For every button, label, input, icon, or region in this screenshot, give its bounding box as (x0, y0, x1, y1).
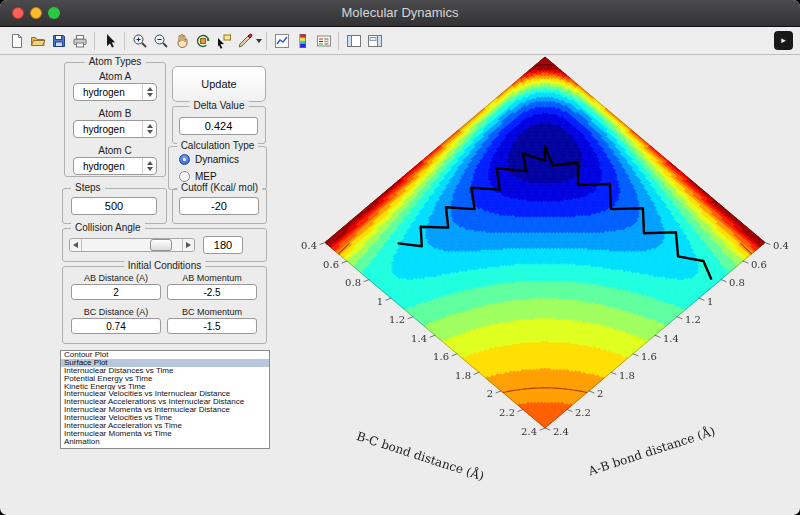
steps-field[interactable] (71, 197, 157, 215)
plot-list-item[interactable]: Internuclear Momenta vs Time (61, 430, 269, 438)
initial-condition-field-bc-momentum[interactable] (167, 318, 257, 334)
cutoff-title: Cutoff (Kcal/ mol) (177, 182, 262, 193)
open-file-icon[interactable] (27, 30, 48, 52)
plot-list-item[interactable]: Internuclear Velocities vs Time (61, 414, 269, 422)
initial-conditions-title: Initial Conditions (124, 260, 205, 271)
radio-button-icon[interactable] (179, 154, 190, 165)
zoom-in-icon[interactable] (129, 30, 150, 52)
toolbar-separator (266, 32, 267, 50)
popup-stepper-icon[interactable] (142, 121, 156, 137)
popup-value: hydrogen (83, 87, 142, 98)
popup-stepper-icon[interactable] (142, 158, 156, 174)
delta-value-panel: Delta Value (172, 106, 266, 144)
show-plot-tools-icon[interactable] (364, 30, 385, 52)
print-icon[interactable] (69, 30, 90, 52)
plot-list-item[interactable]: Internuclear Distances vs Time (61, 367, 269, 375)
initial-condition-field-ab-distance-a-[interactable] (71, 284, 161, 300)
plot-list-item[interactable]: Contour Plot (61, 351, 269, 359)
collision-angle-title: Collision Angle (71, 222, 145, 233)
toolbar-overflow-button[interactable]: ▸ (774, 31, 793, 50)
radio-button-icon[interactable] (179, 171, 190, 182)
steps-panel: Steps (62, 188, 167, 224)
slider-thumb[interactable] (150, 239, 172, 251)
titlebar[interactable]: Molecular Dynamics (0, 0, 800, 27)
initial-condition-label: BC Momentum (167, 307, 257, 317)
brush-dropdown-caret[interactable] (256, 39, 262, 43)
radio-label: Dynamics (195, 154, 239, 165)
plot-list-item[interactable]: Potential Energy vs Time (61, 375, 269, 383)
atom-label: Atom A (65, 71, 165, 82)
initial-condition-label: AB Distance (A) (71, 273, 161, 283)
initial-condition-field-bc-distance-a-[interactable] (71, 318, 161, 334)
slider-right-arrow-button[interactable] (183, 239, 194, 251)
hide-plot-tools-icon[interactable] (343, 30, 364, 52)
steps-title: Steps (71, 182, 105, 193)
pointer-icon[interactable] (99, 30, 120, 52)
atom-a-popup[interactable]: hydrogen (73, 83, 157, 101)
atom-label: Atom C (65, 145, 165, 156)
figure-toolbar: ▸ (0, 27, 800, 55)
atom-label: Atom B (65, 108, 165, 119)
save-figure-icon[interactable] (48, 30, 69, 52)
popup-value: hydrogen (83, 161, 142, 172)
brush-icon[interactable] (234, 30, 255, 52)
collision-angle-field[interactable] (203, 236, 243, 254)
atom-types-title: Atom Types (85, 56, 146, 67)
zoom-out-icon[interactable] (150, 30, 171, 52)
new-figure-icon[interactable] (6, 30, 27, 52)
plot-list-item[interactable]: Internuclear Acceleration vs Time (61, 422, 269, 430)
popup-stepper-icon[interactable] (142, 84, 156, 100)
popup-value: hydrogen (83, 124, 142, 135)
plot-list-item[interactable]: Animation (61, 438, 269, 446)
plot-list-item[interactable]: Surface Plot (61, 359, 269, 367)
app-window: Molecular Dynamics ▸ Atom Types Atom Ahy… (0, 0, 800, 515)
radio-label: MEP (195, 171, 217, 182)
plot-list-item[interactable]: Internuclear Accelerations vs Internucle… (61, 398, 269, 406)
initial-conditions-panel: Initial Conditions AB Distance (A)AB Mom… (62, 266, 267, 344)
slider-left-arrow-button[interactable] (70, 239, 81, 251)
cutoff-panel: Cutoff (Kcal/ mol) (172, 188, 267, 224)
initial-condition-label: AB Momentum (167, 273, 257, 283)
atom-types-panel: Atom Types Atom AhydrogenAtom BhydrogenA… (64, 62, 166, 177)
radio-mep[interactable]: MEP (179, 171, 217, 182)
toolbar-icon-group (6, 30, 385, 52)
potential-energy-surface-plot[interactable] (280, 54, 800, 494)
radio-dynamics[interactable]: Dynamics (179, 154, 239, 165)
atom-c-popup[interactable]: hydrogen (73, 157, 157, 175)
delta-value-field[interactable] (179, 117, 258, 135)
atom-b-popup[interactable]: hydrogen (73, 120, 157, 138)
toolbar-separator (94, 32, 95, 50)
collision-angle-panel: Collision Angle (62, 228, 267, 262)
cutoff-field[interactable] (179, 197, 259, 215)
initial-condition-field-ab-momentum[interactable] (167, 284, 257, 300)
rotate-3d-icon[interactable] (192, 30, 213, 52)
plot-list-item[interactable]: Kinetic Energy vs Time (61, 383, 269, 391)
delta-value-title: Delta Value (190, 100, 249, 111)
plot-type-listbox[interactable]: Contour PlotSurface PlotInternuclear Dis… (60, 350, 270, 449)
toolbar-separator (124, 32, 125, 50)
toolbar-separator (338, 32, 339, 50)
insert-legend-icon[interactable] (313, 30, 334, 52)
pan-icon[interactable] (171, 30, 192, 52)
plot-list-item[interactable]: Internuclear Velocities vs Internuclear … (61, 390, 269, 398)
collision-angle-slider[interactable] (69, 238, 195, 252)
window-title: Molecular Dynamics (0, 0, 800, 26)
initial-condition-label: BC Distance (A) (71, 307, 161, 317)
data-cursor-icon[interactable] (213, 30, 234, 52)
update-button[interactable]: Update (172, 66, 266, 102)
link-plots-icon[interactable] (271, 30, 292, 52)
slider-track[interactable] (81, 239, 183, 251)
plot-list-item[interactable]: Internuclear Momenta vs Internuclear Dis… (61, 406, 269, 414)
calculation-type-title: Calculation Type (177, 140, 259, 151)
insert-colorbar-icon[interactable] (292, 30, 313, 52)
